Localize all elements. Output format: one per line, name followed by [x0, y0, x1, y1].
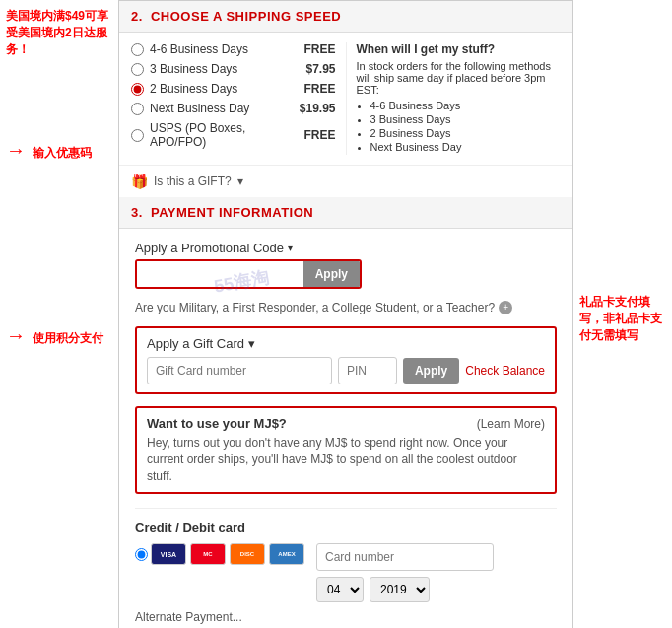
gift-card-area: Apply a Gift Card ▾ Apply Check Balance	[135, 326, 557, 394]
card-expiry-row: 04 2019	[316, 577, 557, 602]
shipping-info-item-3: 2 Business Days	[370, 127, 562, 139]
promo-area: Apply a Promotional Code ▾ Apply 55海淘	[135, 241, 557, 289]
sidebar-note-mjs: → 使用积分支付	[6, 321, 112, 349]
shipping-label-2: 3 Business Days	[150, 62, 292, 76]
gift-card-apply-button[interactable]: Apply	[403, 358, 459, 384]
gift-icon: 🎁	[131, 174, 148, 189]
credit-title: Credit / Debit card	[135, 521, 557, 535]
promo-dropdown-label: Apply a Promotional Code	[135, 241, 284, 255]
expiry-year-select[interactable]: 2019	[370, 577, 430, 602]
shipping-info-item-1: 4-6 Business Days	[370, 100, 562, 111]
shipping-row-5: USPS (PO Boxes, APO/FPO) FREE	[131, 121, 336, 149]
shipping-info-list: 4-6 Business Days 3 Business Days 2 Busi…	[370, 100, 562, 153]
shipping-section: 4-6 Business Days FREE 3 Business Days $…	[119, 33, 572, 165]
shipping-label-5: USPS (PO Boxes, APO/FPO)	[150, 121, 292, 149]
gift-card-input-row: Apply Check Balance	[147, 357, 545, 384]
amex-logo: AMEX	[269, 543, 304, 565]
shipping-price-3: FREE	[292, 82, 336, 96]
mastercard-logo: MC	[190, 543, 226, 565]
credit-body: VISA MC DISC AMEX 04	[135, 543, 557, 602]
gift-card-pin-input[interactable]	[338, 357, 397, 384]
credit-card-radio[interactable]	[135, 548, 148, 561]
shipping-info-body: In stock orders for the following method…	[357, 60, 562, 96]
shipping-label-3: 2 Business Days	[150, 82, 292, 96]
shipping-price-5: FREE	[292, 128, 336, 142]
left-sidebar: 美国境内满$49可享受美国境内2日达服务！ → 输入优惠码 → 使用积分支付	[0, 0, 118, 628]
payment-section-header: 3. PAYMENT INFORMATION	[119, 197, 572, 229]
promo-area-container: Apply a Promotional Code ▾ Apply 55海淘	[135, 241, 557, 289]
mjs-header-row: Want to use your MJ$? (Learn More)	[147, 416, 545, 431]
gift-card-number-input[interactable]	[147, 357, 332, 384]
mjs-body: Hey, turns out you don't have any MJ$ to…	[147, 435, 545, 484]
shipping-row-1: 4-6 Business Days FREE	[131, 42, 336, 56]
mjs-section: Want to use your MJ$? (Learn More) Hey, …	[135, 406, 557, 494]
shipping-row-3: 2 Business Days FREE	[131, 82, 336, 96]
shipping-price-1: FREE	[292, 42, 336, 56]
payment-section: Apply a Promotional Code ▾ Apply 55海淘 Ar…	[119, 229, 572, 628]
promo-input-row: Apply	[135, 259, 362, 289]
right-sidebar: 礼品卡支付填写，非礼品卡支付无需填写	[573, 0, 672, 628]
military-row: Are you Military, a First Responder, a C…	[135, 301, 557, 314]
sidebar-note-promo: → 输入优惠码	[6, 136, 112, 164]
gift-card-dropdown-arrow-icon: ▾	[248, 336, 255, 351]
expiry-month-select[interactable]: 04	[316, 577, 364, 602]
shipping-label-4: Next Business Day	[150, 102, 292, 115]
shipping-price-4: $19.95	[292, 102, 336, 115]
promo-dropdown-arrow-icon: ▾	[288, 243, 293, 253]
learn-more-link[interactable]: (Learn More)	[477, 417, 545, 431]
shipping-radio-5[interactable]	[131, 129, 144, 142]
military-text: Are you Military, a First Responder, a C…	[135, 301, 495, 314]
check-balance-link[interactable]: Check Balance	[465, 364, 545, 378]
gift-dropdown-arrow: ▾	[237, 174, 243, 188]
mjs-title: Want to use your MJ$?	[147, 416, 287, 431]
bottom-note: Alternate Payment...	[135, 610, 557, 624]
promo-dropdown-button[interactable]: Apply a Promotional Code ▾	[135, 241, 293, 259]
gift-card-dropdown-button[interactable]: Apply a Gift Card ▾	[147, 336, 255, 357]
sidebar-note-shipping: 美国境内满$49可享受美国境内2日达服务！	[6, 8, 112, 57]
shipping-radio-1[interactable]	[131, 43, 144, 56]
visa-logo: VISA	[151, 543, 186, 565]
gift-row[interactable]: 🎁 Is this a GIFT? ▾	[119, 165, 572, 197]
shipping-info-item-2: 3 Business Days	[370, 113, 562, 125]
promo-code-input[interactable]	[137, 261, 303, 287]
right-note-gift: 礼品卡支付填写，非礼品卡支付无需填写	[579, 294, 666, 343]
shipping-options: 4-6 Business Days FREE 3 Business Days $…	[131, 42, 336, 155]
shipping-section-header: 2. CHOOSE A SHIPPING SPEED	[119, 1, 572, 33]
card-logos: VISA MC DISC AMEX	[151, 543, 304, 565]
card-number-input[interactable]	[316, 543, 494, 571]
shipping-info-item-4: Next Business Day	[370, 141, 562, 153]
promo-apply-button[interactable]: Apply	[303, 261, 360, 287]
main-content: 2. CHOOSE A SHIPPING SPEED 4-6 Business …	[118, 0, 573, 628]
military-plus-icon[interactable]: +	[499, 301, 512, 314]
gift-card-dropdown-label: Apply a Gift Card	[147, 336, 244, 351]
shipping-radio-3[interactable]	[131, 83, 144, 96]
shipping-radio-4[interactable]	[131, 103, 144, 115]
shipping-radio-2[interactable]	[131, 63, 144, 76]
credit-section: Credit / Debit card VISA MC DISC AMEX	[135, 508, 557, 624]
shipping-row-4: Next Business Day $19.95	[131, 102, 336, 115]
card-right: 04 2019	[316, 543, 557, 602]
gift-label: Is this a GIFT?	[154, 174, 232, 188]
shipping-label-1: 4-6 Business Days	[150, 42, 292, 56]
shipping-info-title: When will I get my stuff?	[357, 42, 496, 56]
discover-logo: DISC	[230, 543, 265, 565]
shipping-info: When will I get my stuff? In stock order…	[346, 42, 562, 155]
shipping-price-2: $7.95	[292, 62, 336, 76]
shipping-row-2: 3 Business Days $7.95	[131, 62, 336, 76]
